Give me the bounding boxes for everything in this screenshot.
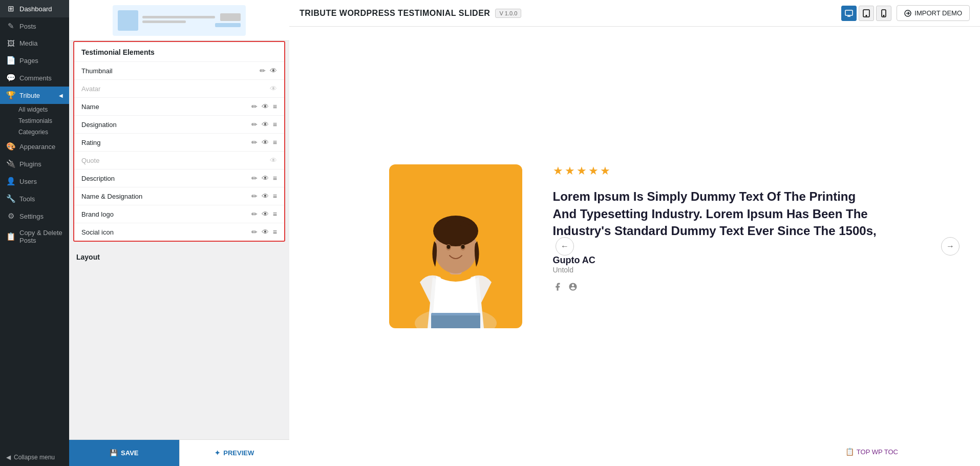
edit-icon-description[interactable]: ✏: [251, 174, 258, 182]
sidebar-item-label: Posts: [19, 23, 36, 30]
view-icon-social-icon[interactable]: 👁: [262, 228, 269, 236]
sidebar-item-dashboard[interactable]: ⊞ Dashboard: [0, 0, 69, 17]
element-label-name-designation: Name & Designation: [81, 193, 251, 200]
drag-icon-name[interactable]: ≡: [273, 102, 277, 111]
element-label-name: Name: [81, 103, 251, 111]
mobile-view-btn[interactable]: [876, 6, 891, 21]
element-row-social-icon: Social icon ✏ 👁 ≡: [74, 223, 284, 241]
element-label-quote: Quote: [81, 157, 270, 164]
facebook-icon[interactable]: [553, 282, 562, 294]
collapse-menu[interactable]: ◀ Collapse menu: [0, 449, 69, 466]
view-icon-name-designation[interactable]: 👁: [262, 192, 269, 200]
edit-icon-name[interactable]: ✏: [251, 102, 258, 111]
thumb-image: [118, 10, 138, 31]
view-icon-quote[interactable]: 👁: [270, 156, 277, 164]
collapse-icon: ◀: [6, 454, 11, 461]
save-button[interactable]: 💾 SAVE: [69, 440, 179, 466]
view-icon-name[interactable]: 👁: [262, 102, 269, 111]
drag-icon-social-icon[interactable]: ≡: [273, 228, 277, 236]
drag-icon-name-designation[interactable]: ≡: [273, 192, 277, 200]
edit-icon-name-designation[interactable]: ✏: [251, 192, 258, 200]
toc-label: TOP WP TOC: [857, 448, 898, 456]
drag-icon-brand-logo[interactable]: ≡: [273, 210, 277, 218]
sidebar-item-comments[interactable]: 💬 Comments: [0, 69, 69, 87]
element-label-avatar: Avatar: [81, 85, 270, 93]
sidebar-item-label: Dashboard: [19, 5, 52, 13]
sidebar-item-media[interactable]: 🖼 Media: [0, 35, 69, 52]
description-actions: ✏ 👁 ≡: [251, 174, 277, 182]
thumb-line-1: [142, 16, 215, 18]
comments-icon: 💬: [6, 73, 15, 82]
element-row-rating: Rating ✏ 👁 ≡: [74, 133, 284, 151]
chevron-right-icon: →: [946, 242, 954, 251]
sidebar-item-users[interactable]: 👤 Users: [0, 173, 69, 190]
desktop-view-btn[interactable]: [841, 6, 857, 21]
view-icon-avatar[interactable]: 👁: [270, 84, 277, 93]
edit-icon-designation[interactable]: ✏: [251, 120, 258, 129]
sidebar-item-pages[interactable]: 📄 Pages: [0, 52, 69, 69]
import-demo-label: IMPORT DEMO: [914, 9, 962, 17]
dashboard-icon: ⊞: [6, 4, 15, 13]
edit-icon-thumbnail[interactable]: ✏: [260, 67, 266, 75]
left-panel: Testimonial Elements Thumbnail ✏ 👁 Avata…: [69, 0, 289, 466]
brand-logo-actions: ✏ 👁 ≡: [251, 210, 277, 218]
element-label-social-icon: Social icon: [81, 228, 251, 236]
testimonial-text: Lorem Ipsum Is Simply Dummy Text Of The …: [553, 188, 881, 240]
element-row-description: Description ✏ 👁 ≡: [74, 169, 284, 187]
import-icon: [904, 10, 911, 17]
svg-point-6: [883, 15, 884, 16]
thumb-logo: [220, 13, 241, 21]
drag-icon-description[interactable]: ≡: [273, 174, 277, 182]
preview-button[interactable]: ✦ PREVIEW: [179, 440, 290, 466]
chevron-icon: ◀: [59, 93, 63, 98]
view-icon-designation[interactable]: 👁: [262, 120, 269, 129]
svg-rect-18: [431, 315, 480, 328]
view-icon-rating[interactable]: 👁: [262, 138, 269, 146]
element-label-brand-logo: Brand logo: [81, 210, 251, 218]
slider-next-button[interactable]: →: [941, 237, 960, 256]
top-wp-toc[interactable]: 📋 TOP WP TOC: [845, 448, 898, 456]
sidebar-item-appearance[interactable]: 🎨 Appearance: [0, 138, 69, 155]
tribute-icon: 🏆: [6, 91, 15, 100]
submenu-testimonials[interactable]: Testimonials: [14, 115, 69, 126]
view-icon-brand-logo[interactable]: 👁: [262, 210, 269, 218]
version-badge: V 1.0.0: [495, 9, 521, 18]
import-demo-button[interactable]: IMPORT DEMO: [897, 5, 970, 21]
element-label-description: Description: [81, 175, 251, 182]
element-row-thumbnail: Thumbnail ✏ 👁: [74, 61, 284, 79]
slider-prev-button[interactable]: ←: [556, 237, 574, 256]
view-icon-thumbnail[interactable]: 👁: [270, 67, 277, 75]
layout-title: Layout: [69, 248, 289, 264]
submenu-all-widgets[interactable]: All widgets: [14, 104, 69, 115]
bottom-bar: 💾 SAVE ✦ PREVIEW: [69, 439, 289, 466]
sidebar-item-settings[interactable]: ⚙ Settings: [0, 207, 69, 225]
element-label-designation: Designation: [81, 121, 251, 129]
edit-icon-social-icon[interactable]: ✏: [251, 228, 258, 236]
submenu-categories[interactable]: Categories: [14, 126, 69, 138]
preview-thumbnail: [69, 0, 289, 41]
sidebar-item-tools[interactable]: 🔧 Tools: [0, 190, 69, 207]
testimonial-elements-title: Testimonial Elements: [74, 42, 284, 61]
thumbnail-actions: ✏ 👁: [260, 67, 277, 75]
testimonial-image: [389, 164, 522, 328]
tablet-view-btn[interactable]: [859, 6, 874, 21]
sidebar-item-label: Appearance: [19, 143, 55, 151]
sidebar-item-label: Media: [19, 39, 37, 47]
sidebar-item-label: Copy & Delete Posts: [19, 229, 63, 244]
drag-icon-rating[interactable]: ≡: [273, 138, 277, 146]
amazon-icon[interactable]: [568, 282, 578, 294]
sidebar-item-label: Comments: [19, 74, 52, 82]
edit-icon-rating[interactable]: ✏: [251, 138, 258, 146]
testimonial-elements-box: Testimonial Elements Thumbnail ✏ 👁 Avata…: [73, 41, 285, 242]
drag-icon-designation[interactable]: ≡: [273, 120, 277, 129]
sidebar-item-copy-delete[interactable]: 📋 Copy & Delete Posts: [0, 225, 69, 248]
sidebar-item-posts[interactable]: ✎ Posts: [0, 17, 69, 35]
sidebar-item-plugins[interactable]: 🔌 Plugins: [0, 155, 69, 173]
sidebar-item-tribute[interactable]: 🏆 Tribute ◀: [0, 87, 69, 104]
view-icon-description[interactable]: 👁: [262, 174, 269, 182]
edit-icon-brand-logo[interactable]: ✏: [251, 210, 258, 218]
element-label-thumbnail: Thumbnail: [81, 67, 260, 75]
element-label-rating: Rating: [81, 139, 251, 146]
thumb-line-2: [142, 20, 186, 23]
sidebar-item-label: Plugins: [19, 160, 41, 168]
